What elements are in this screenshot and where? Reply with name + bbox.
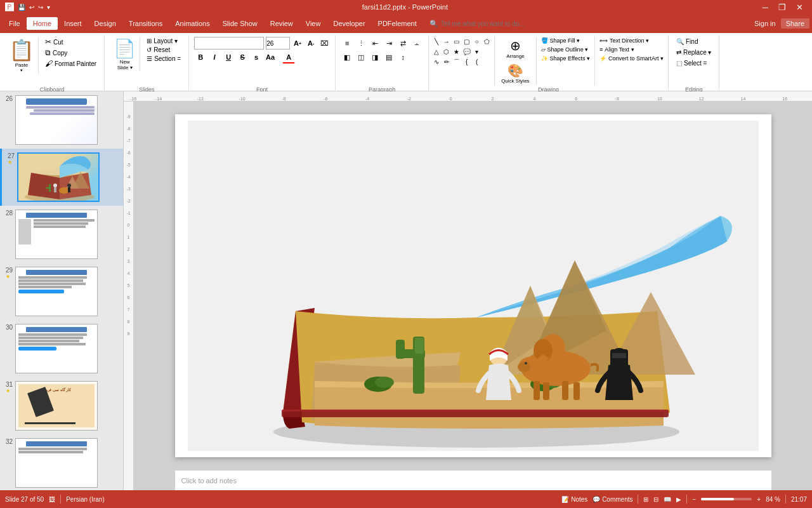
- line-spacing-button[interactable]: ↕: [396, 51, 409, 64]
- menu-design[interactable]: Design: [88, 17, 122, 30]
- shape-chevron-icon[interactable]: ⬠: [482, 37, 492, 46]
- comments-button[interactable]: 💬 Comments: [593, 496, 632, 503]
- slide-viewport[interactable]: Click to add notes: [134, 102, 812, 490]
- slide-canvas[interactable]: [175, 114, 771, 457]
- slide-thumb-26[interactable]: 26: [0, 91, 123, 149]
- menu-insert[interactable]: Insert: [58, 17, 88, 30]
- convert-smartart-button[interactable]: ⚡ Convert to SmartArt ▾: [598, 55, 665, 62]
- align-left-button[interactable]: ◧: [341, 51, 353, 64]
- notes-button[interactable]: 📝 Notes: [561, 496, 587, 503]
- shape-bracket-icon[interactable]: (: [472, 57, 481, 67]
- underline-button[interactable]: U: [222, 51, 235, 64]
- slide-thumb-28[interactable]: 28: [0, 206, 123, 263]
- format-painter-button[interactable]: 🖌 Format Painter: [43, 58, 99, 69]
- font-increase-button[interactable]: A+: [292, 37, 303, 49]
- view-slide-sorter-icon[interactable]: ⊟: [653, 496, 658, 503]
- slide-thumb-31[interactable]: 31 ★ کار گاه نمی فروش: [0, 377, 123, 434]
- share-button[interactable]: Share: [781, 18, 809, 29]
- bold-button[interactable]: B: [194, 51, 207, 64]
- shadow-button[interactable]: s: [250, 51, 263, 64]
- strikethrough-button[interactable]: S: [236, 51, 249, 64]
- notes-area[interactable]: Click to add notes: [175, 470, 771, 490]
- menu-pdfelement[interactable]: PDFelement: [372, 17, 423, 30]
- shape-fill-button[interactable]: 🪣 Shape Fill ▾: [539, 37, 592, 44]
- menu-view[interactable]: View: [299, 17, 327, 30]
- section-button[interactable]: ☰ Section =: [144, 55, 183, 63]
- slide-panel[interactable]: 26 27 ★: [0, 91, 124, 490]
- view-reading-icon[interactable]: 📖: [664, 496, 671, 503]
- justify-button[interactable]: ▤: [383, 51, 395, 64]
- minimize-button[interactable]: ─: [759, 3, 772, 12]
- bullet-list-button[interactable]: ≡: [341, 37, 353, 50]
- font-color-button[interactable]: A: [282, 51, 295, 64]
- shape-oval-icon[interactable]: ○: [472, 37, 481, 46]
- zoom-out-icon[interactable]: −: [692, 496, 696, 503]
- shape-callout-icon[interactable]: 💬: [462, 47, 471, 57]
- menu-transitions[interactable]: Transitions: [122, 17, 169, 30]
- align-text-button[interactable]: ≡ Align Text ▾: [598, 46, 665, 53]
- view-presenter-icon[interactable]: ▶: [676, 496, 681, 503]
- menu-developer[interactable]: Developer: [327, 17, 371, 30]
- reset-button[interactable]: ↺ Reset: [144, 46, 183, 54]
- shape-outline-button[interactable]: ▱ Shape Outline ▾: [539, 46, 592, 53]
- restore-button[interactable]: ❐: [775, 3, 790, 12]
- select-button[interactable]: ⬚ Select =: [674, 58, 714, 68]
- shape-arc-icon[interactable]: ⌒: [452, 57, 461, 67]
- shape-line-icon[interactable]: ╲: [431, 37, 441, 46]
- menu-file[interactable]: File: [3, 17, 27, 30]
- align-center-button[interactable]: ◫: [355, 51, 367, 64]
- replace-button[interactable]: ⇄ Replace ▾: [674, 48, 714, 57]
- menu-home[interactable]: Home: [27, 17, 58, 30]
- shape-rounded-rect-icon[interactable]: ▢: [462, 37, 471, 46]
- menu-animations[interactable]: Animations: [169, 17, 216, 30]
- shape-triangle-icon[interactable]: △: [431, 47, 441, 57]
- shape-more-icon[interactable]: ▾: [472, 47, 481, 57]
- view-normal-icon[interactable]: ⊞: [643, 496, 648, 503]
- increase-indent-button[interactable]: ⇥: [383, 37, 395, 50]
- font-size-input[interactable]: [266, 37, 290, 50]
- undo-icon[interactable]: ↩: [28, 3, 36, 11]
- rtl-button[interactable]: ⇄: [396, 37, 409, 50]
- shape-brace-icon[interactable]: {: [462, 57, 471, 67]
- quick-styles-button[interactable]: 🎨 Quick Styles: [497, 62, 533, 85]
- close-button[interactable]: ✕: [792, 3, 807, 12]
- columns-button[interactable]: ⫠: [410, 37, 423, 50]
- shape-arrow-icon[interactable]: →: [442, 37, 451, 46]
- italic-button[interactable]: I: [208, 51, 221, 64]
- decrease-indent-button[interactable]: ⇤: [369, 37, 381, 50]
- signin-button[interactable]: Sign in: [754, 20, 776, 27]
- quick-access-more-icon[interactable]: ▾: [46, 3, 51, 11]
- shape-star-icon[interactable]: ★: [452, 47, 461, 57]
- slide-thumb-29[interactable]: 29 ★: [0, 263, 123, 320]
- numbered-list-button[interactable]: ⋮: [355, 37, 367, 50]
- paste-dropdown[interactable]: ▾: [20, 68, 23, 73]
- shape-effects-button[interactable]: ✨ Shape Effects ▾: [539, 55, 592, 62]
- shape-pentagon-icon[interactable]: ⬡: [442, 47, 451, 57]
- slide-thumb-30[interactable]: 30: [0, 320, 123, 377]
- text-direction-button[interactable]: ⟺ Text Direction ▾: [598, 37, 665, 44]
- find-button[interactable]: 🔍 Find: [674, 37, 714, 46]
- save-icon[interactable]: 💾: [16, 3, 27, 11]
- align-right-button[interactable]: ◨: [369, 51, 381, 64]
- menu-slideshow[interactable]: Slide Show: [216, 17, 264, 30]
- layout-button[interactable]: ⊞ Layout ▾: [144, 37, 183, 45]
- paste-button[interactable]: 📋 Paste ▾: [5, 37, 39, 74]
- zoom-slider[interactable]: [701, 498, 752, 500]
- search-input[interactable]: [441, 20, 568, 27]
- new-slide-button[interactable]: 📄 New Slide ▾: [110, 37, 140, 72]
- slide-thumb-27[interactable]: 27 ★: [0, 149, 123, 206]
- copy-button[interactable]: ⧉ Copy: [43, 48, 99, 58]
- zoom-in-icon[interactable]: +: [757, 496, 761, 503]
- font-name-input[interactable]: [194, 37, 264, 50]
- case-button[interactable]: Aa: [264, 51, 277, 64]
- menu-review[interactable]: Review: [264, 17, 299, 30]
- redo-icon[interactable]: ↪: [37, 3, 44, 11]
- shape-rect-icon[interactable]: ▭: [452, 37, 461, 46]
- arrange-button[interactable]: ⊕ Arrange: [497, 37, 533, 60]
- shape-curve-icon[interactable]: ∿: [431, 57, 441, 67]
- font-decrease-button[interactable]: A-: [305, 37, 317, 49]
- cut-button[interactable]: ✂ Cut: [43, 37, 99, 47]
- clear-formatting-button[interactable]: ⌧: [318, 37, 330, 49]
- slide-thumb-32[interactable]: 32: [0, 434, 123, 490]
- shape-freeform-icon[interactable]: ✏: [442, 57, 451, 67]
